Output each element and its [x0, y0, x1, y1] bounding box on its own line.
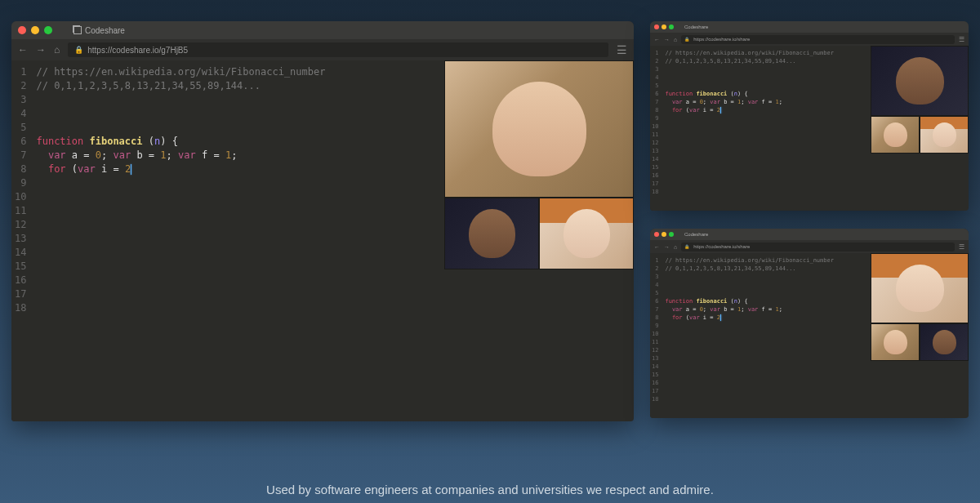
avatar: [871, 324, 919, 360]
video-tile-p3[interactable]: [920, 116, 969, 154]
titlebar[interactable]: Codeshare: [650, 21, 969, 33]
maximize-icon[interactable]: [669, 232, 674, 237]
editor: 123456789101112131415161718 // https://e…: [650, 46, 969, 211]
video-panel: [871, 253, 969, 361]
browser-window-p2: Codeshare ← → ⌂ 🔒 https://codeshare.io/s…: [650, 21, 969, 211]
url-bar: ← → ⌂ 🔒 https://codeshare.io/share ☰: [650, 33, 969, 46]
close-icon[interactable]: [654, 24, 659, 29]
back-icon[interactable]: ←: [654, 244, 660, 250]
tab[interactable]: Codeshare: [74, 26, 125, 35]
minimize-icon[interactable]: [662, 232, 666, 237]
back-icon[interactable]: ←: [654, 37, 660, 42]
tab-label: Codeshare: [85, 26, 125, 35]
lock-icon: 🔒: [684, 37, 689, 42]
maximize-icon[interactable]: [44, 26, 52, 34]
avatar: [871, 117, 919, 153]
share-icon: [74, 26, 82, 34]
forward-icon[interactable]: →: [36, 44, 46, 56]
avatar: [920, 117, 968, 153]
close-icon[interactable]: [18, 26, 26, 34]
line-gutter: 123456789101112131415161718: [650, 253, 662, 418]
line-gutter: 123456789101112131415161718: [650, 46, 662, 211]
video-tile-p1[interactable]: [871, 116, 920, 154]
avatar: [920, 324, 968, 360]
line-gutter: 123456789101112131415161718: [11, 60, 31, 421]
url-input[interactable]: 🔒 https://codeshare.io/share: [681, 35, 955, 44]
avatar: [540, 198, 633, 269]
browser-window-main: Codeshare ← → ⌂ 🔒 https://codeshare.io/g…: [11, 21, 634, 421]
cursor: [720, 314, 721, 321]
cursor: [131, 164, 131, 175]
minimize-icon[interactable]: [31, 26, 39, 34]
close-icon[interactable]: [654, 232, 659, 237]
menu-icon[interactable]: ☰: [617, 43, 627, 56]
url-input[interactable]: 🔒 https://codeshare.io/share: [681, 243, 955, 252]
url-input[interactable]: 🔒 https://codeshare.io/g7HjB5: [68, 42, 608, 57]
url-text: https://codeshare.io/g7HjB5: [87, 46, 188, 55]
forward-icon[interactable]: →: [664, 244, 670, 250]
avatar: [871, 47, 968, 115]
menu-icon[interactable]: ☰: [959, 243, 964, 251]
minimize-icon[interactable]: [662, 24, 666, 29]
video-tile-main[interactable]: [871, 253, 969, 323]
avatar: [445, 198, 538, 269]
editor: 123456789101112131415161718 // https://e…: [11, 60, 634, 421]
lock-icon: 🔒: [74, 46, 83, 54]
titlebar[interactable]: Codeshare: [650, 229, 969, 240]
back-icon[interactable]: ←: [18, 44, 28, 56]
menu-icon[interactable]: ☰: [959, 36, 964, 43]
url-bar: ← → ⌂ 🔒 https://codeshare.io/share ☰: [650, 240, 969, 253]
video-panel: [871, 46, 969, 154]
cursor: [720, 107, 721, 114]
maximize-icon[interactable]: [669, 24, 674, 29]
avatar: [445, 61, 633, 197]
editor: 123456789101112131415161718 // https://e…: [650, 253, 969, 418]
tab[interactable]: Codeshare: [684, 232, 708, 237]
tab[interactable]: Codeshare: [684, 24, 708, 29]
video-tile-p2[interactable]: [920, 323, 969, 361]
browser-window-p3: Codeshare ← → ⌂ 🔒 https://codeshare.io/s…: [650, 229, 969, 418]
video-tile-main[interactable]: [444, 60, 634, 198]
home-icon[interactable]: ⌂: [674, 37, 677, 42]
tagline: Used by software engineers at companies …: [0, 483, 980, 496]
video-panel: [444, 60, 634, 269]
url-bar: ← → ⌂ 🔒 https://codeshare.io/g7HjB5 ☰: [11, 39, 634, 60]
video-tile-p3[interactable]: [539, 198, 634, 269]
home-icon[interactable]: ⌂: [54, 44, 60, 56]
lock-icon: 🔒: [684, 244, 689, 249]
home-icon[interactable]: ⌂: [674, 244, 677, 250]
titlebar[interactable]: Codeshare: [11, 21, 634, 39]
avatar: [871, 254, 968, 323]
video-tile-main[interactable]: [871, 46, 969, 116]
video-tile-p1[interactable]: [871, 323, 920, 361]
video-tile-p2[interactable]: [444, 198, 539, 269]
forward-icon[interactable]: →: [664, 37, 670, 42]
